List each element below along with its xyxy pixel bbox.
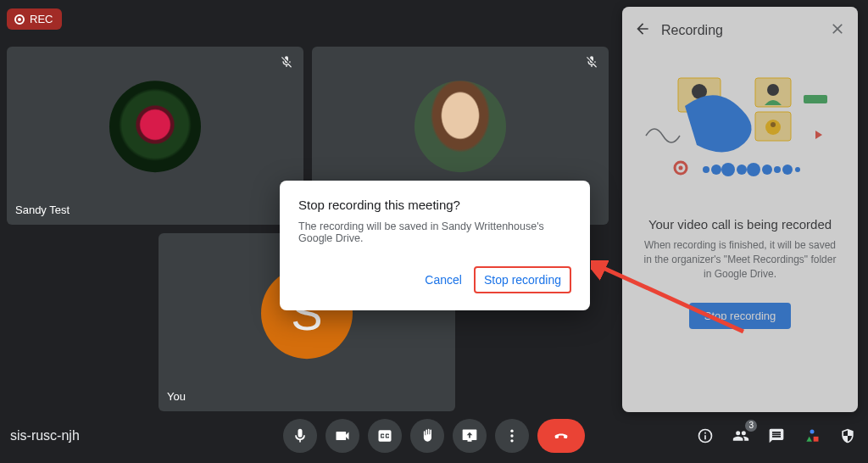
svg-point-20 [510,430,513,432]
call-footer: sis-rusc-njh 3 [0,409,868,463]
raise-hand-button[interactable] [410,419,444,453]
present-screen-button[interactable] [453,419,487,453]
host-controls-button[interactable] [837,426,858,446]
dialog-actions: Cancel Stop recording [298,266,571,293]
chat-button[interactable] [766,426,787,446]
cancel-button[interactable]: Cancel [416,266,470,293]
svg-rect-24 [814,437,819,442]
stop-recording-dialog: Stop recording this meeting? The recordi… [280,181,590,310]
more-options-button[interactable] [495,419,529,453]
toggle-captions-button[interactable] [368,419,402,453]
toggle-camera-button[interactable] [326,419,359,453]
participant-count-badge: 3 [745,420,757,432]
meeting-details-button[interactable] [695,426,715,446]
toggle-mic-button[interactable] [283,419,317,453]
dialog-body: The recording will be saved in Sandy Wri… [298,220,571,244]
modal-overlay: Stop recording this meeting? The recordi… [0,0,868,463]
people-button[interactable]: 3 [731,426,751,446]
footer-right-controls: 3 [695,426,858,446]
call-controls [283,419,585,453]
activities-button[interactable] [802,426,822,446]
svg-point-21 [510,434,513,437]
end-call-button[interactable] [537,419,585,453]
svg-point-22 [510,439,513,442]
meeting-code: sis-rusc-njh [10,428,80,443]
svg-point-23 [810,430,815,434]
stop-recording-confirm-button[interactable]: Stop recording [474,266,571,293]
dialog-title: Stop recording this meeting? [298,198,571,212]
